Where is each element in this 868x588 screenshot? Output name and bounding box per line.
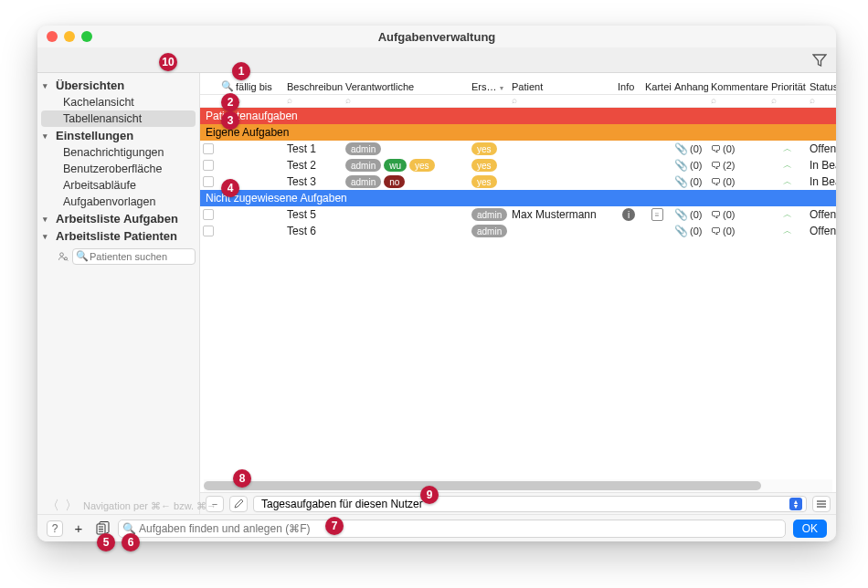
- cell-ers: yes: [469, 173, 509, 190]
- sidebar-group-overviews[interactable]: ▾Übersichten: [37, 77, 199, 94]
- row-checkbox[interactable]: [203, 160, 214, 171]
- comment-icon: 🗨: [711, 226, 721, 236]
- sidebar-item-tileview[interactable]: Kachelansicht: [37, 94, 199, 110]
- row-checkbox[interactable]: [203, 209, 214, 220]
- col-anhang[interactable]: Anhang: [672, 81, 708, 92]
- cell-anhang: 📎(0): [672, 157, 708, 173]
- document-icon: ≡: [651, 208, 663, 221]
- group-patient-tasks[interactable]: Patientenaufgaben: [200, 108, 836, 124]
- cell-patient: Max Mustermann: [509, 206, 615, 223]
- cell-desc: Test 5: [284, 206, 343, 223]
- task-search-input[interactable]: [118, 520, 786, 538]
- person-search-icon: [58, 251, 69, 262]
- col-resp[interactable]: Verantwortliche: [343, 81, 469, 92]
- pill-admin: admin: [345, 175, 381, 188]
- row-checkbox[interactable]: [203, 176, 214, 187]
- search-icon: 🔍: [221, 80, 233, 91]
- sidebar-item-ui[interactable]: Benutzeroberfläche: [37, 161, 199, 177]
- pill-admin: admin: [345, 159, 381, 172]
- row-checkbox[interactable]: [203, 143, 214, 154]
- cell-status: Offen: [807, 141, 836, 157]
- row-checkbox[interactable]: [203, 226, 214, 236]
- scroll-thumb[interactable]: [204, 481, 761, 490]
- filter-row: ⌕ ⌕ ⌕ ⌕ ⌕ ⌕ ⌕: [200, 95, 836, 108]
- pill-admin: admin: [345, 142, 381, 155]
- sidebar: ▾Übersichten Kachelansicht Tabellenansic…: [37, 73, 200, 514]
- ok-button[interactable]: OK: [793, 520, 827, 538]
- info-icon: i: [622, 208, 635, 221]
- chevron-up-icon: ︿: [783, 175, 792, 188]
- col-desc[interactable]: Beschreibung: [284, 81, 343, 92]
- minimize-button[interactable]: [64, 31, 75, 42]
- list-mode-button[interactable]: [812, 496, 831, 512]
- comment-icon: 🗨: [711, 209, 721, 220]
- sidebar-group-worklist-patients[interactable]: ▾Arbeitsliste Patienten: [37, 227, 199, 245]
- sidebar-group-settings[interactable]: ▾Einstellungen: [37, 127, 199, 144]
- toolbar: [37, 47, 836, 73]
- maximize-button[interactable]: [81, 31, 92, 42]
- cell-anhang: 📎(0): [672, 223, 708, 239]
- sidebar-item-tableview[interactable]: Tabellenansicht: [41, 110, 196, 127]
- task-management-window: Aufgabenverwaltung ▾Übersichten Kachelan…: [37, 26, 836, 541]
- search-icon: 🔍: [76, 250, 89, 262]
- sidebar-item-workflows[interactable]: Arbeitsabläufe: [37, 177, 199, 194]
- cell-desc: Test 1: [284, 141, 343, 157]
- table-body[interactable]: Patientenaufgaben Eigene Aufgaben Test 1…: [200, 108, 836, 479]
- annotation-marker-6: 6: [122, 533, 140, 551]
- annotation-marker-4: 4: [221, 179, 239, 197]
- chevron-right-icon[interactable]: 〉: [65, 498, 78, 514]
- table-row[interactable]: Test 3 adminno yes 📎(0) 🗨(0) ︿ In Bear…: [200, 173, 836, 190]
- edit-button[interactable]: [229, 496, 248, 512]
- col-ers[interactable]: Ers… ▾: [469, 81, 509, 92]
- table-header: 🔍 fällig bis Beschreibung Verantwortlich…: [200, 73, 836, 95]
- comment-icon: 🗨: [711, 176, 721, 187]
- sidebar-group-label: Arbeitsliste Patienten: [56, 229, 177, 243]
- comment-icon: 🗨: [711, 160, 721, 171]
- cell-komm: 🗨(0): [708, 206, 768, 223]
- col-kommentare[interactable]: Kommentare: [708, 81, 768, 92]
- pill-wu: wu: [384, 159, 407, 172]
- add-button[interactable]: +: [70, 520, 87, 537]
- pill-admin: admin: [471, 225, 507, 237]
- col-kartei[interactable]: Kartei: [642, 81, 672, 92]
- cell-kartei[interactable]: ≡: [642, 206, 672, 223]
- help-button[interactable]: ?: [47, 520, 63, 537]
- group-unassigned-tasks[interactable]: Nicht zugewiesene Aufgaben: [200, 190, 836, 206]
- col-status[interactable]: Status: [807, 81, 836, 92]
- cell-ers: yes: [469, 157, 509, 173]
- table-row[interactable]: Test 5 admin Max Mustermann i ≡ 📎(0) 🗨(0…: [200, 206, 836, 223]
- col-prio[interactable]: Priorität: [768, 81, 807, 92]
- pill-yes: yes: [409, 159, 435, 172]
- pill-yes: yes: [471, 142, 497, 155]
- chevron-left-icon[interactable]: 〈: [47, 498, 59, 514]
- cell-ers: admin: [469, 206, 509, 223]
- quick-filter-select[interactable]: Tagesaufgaben für diesen Nutzer ▲▼: [253, 496, 807, 512]
- svg-point-1: [65, 257, 68, 260]
- paperclip-icon: 📎: [674, 159, 688, 172]
- group-own-tasks[interactable]: Eigene Aufgaben: [200, 124, 836, 141]
- sidebar-group-label: Einstellungen: [56, 129, 133, 142]
- filter-button[interactable]: [810, 51, 829, 69]
- sidebar-item-templates[interactable]: Aufgabenvorlagen: [37, 194, 199, 210]
- col-due[interactable]: fällig bis: [233, 81, 284, 92]
- horizontal-scrollbar[interactable]: [204, 479, 832, 492]
- annotation-marker-3: 3: [221, 111, 239, 130]
- sidebar-group-worklist-tasks[interactable]: ▾Arbeitsliste Aufgaben: [37, 210, 199, 227]
- col-info[interactable]: Info: [615, 81, 642, 92]
- close-button[interactable]: [47, 31, 58, 42]
- annotation-marker-2: 2: [221, 93, 239, 111]
- paperclip-icon: 📎: [674, 208, 688, 221]
- sidebar-item-notifications[interactable]: Benachrichtigungen: [37, 144, 199, 161]
- cell-resp: adminwuyes: [343, 157, 469, 173]
- cell-info[interactable]: i: [615, 206, 642, 223]
- table-row[interactable]: Test 2 adminwuyes yes 📎(0) 🗨(2) ︿ In Bea…: [200, 157, 836, 173]
- patient-search-input[interactable]: [72, 248, 196, 265]
- cell-anhang: 📎(0): [672, 141, 708, 157]
- col-search[interactable]: 🔍: [218, 80, 233, 92]
- cell-desc: Test 3: [284, 173, 343, 190]
- col-patient[interactable]: Patient: [509, 81, 615, 92]
- cell-ers: admin: [469, 223, 509, 239]
- table-row[interactable]: Test 6 admin 📎(0) 🗨(0) ︿ Offen: [200, 223, 836, 239]
- cell-status: In Bear…: [807, 157, 836, 173]
- table-row[interactable]: Test 1 admin yes 📎(0) 🗨(0) ︿ Offen: [200, 141, 836, 157]
